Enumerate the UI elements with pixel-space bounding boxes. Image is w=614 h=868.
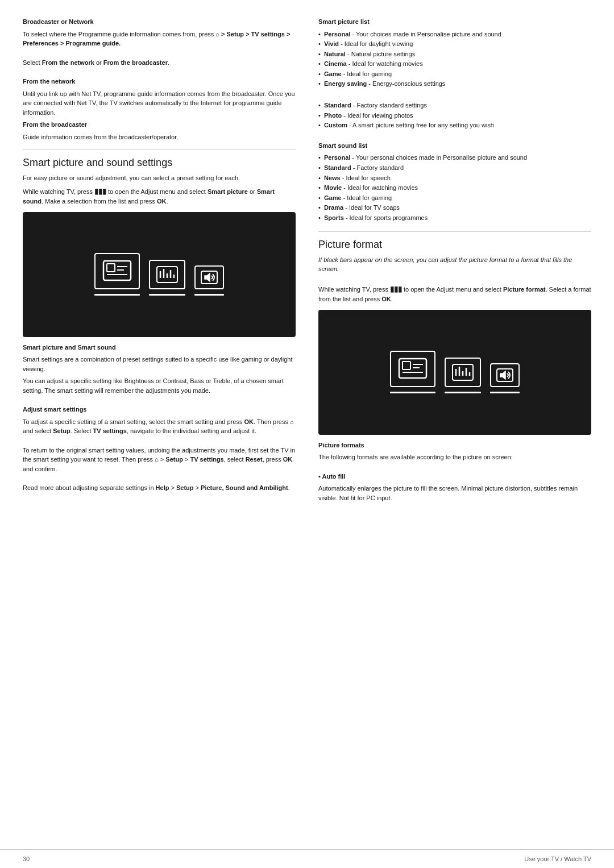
smart-picture-list-title: Smart picture list [318, 18, 370, 25]
footer: 30 Use your TV / Watch TV [0, 849, 614, 868]
smart-para2: While watching TV, press ▮▮▮ to open the… [23, 186, 296, 206]
underline-sound [149, 294, 185, 296]
page-number: 30 [23, 855, 30, 862]
broadcaster-title: Broadcaster or Network [23, 18, 94, 25]
picture-formats-section: Picture formats The following formats ar… [318, 441, 591, 503]
list-item: Personal - Your choices made in Personal… [318, 30, 591, 40]
smart-para1: For easy picture or sound adjustment, yo… [23, 173, 296, 183]
pf-picture-icon-svg [398, 358, 428, 380]
smart-picture-icon-item [94, 253, 140, 296]
adjust-smart-section: Adjust smart settings To adjust a specif… [23, 405, 296, 493]
divider-2 [318, 231, 591, 232]
list-item: Vivid - Ideal for daylight viewing [318, 39, 591, 49]
smart-sound-list-title: Smart sound list [318, 142, 367, 149]
list-item: Standard - Factory standard settings [318, 101, 591, 111]
pf-picture-box [390, 351, 435, 387]
menu-icons-row [94, 253, 224, 296]
auto-fill-title: • Auto fill [318, 472, 591, 481]
list-item: Cinema - Ideal for watching movies [318, 59, 591, 69]
list-item: Sports - Ideal for sports programmes [318, 213, 591, 223]
page: Broadcaster or Network To select where t… [0, 0, 614, 868]
from-broadcaster-section: From the broadcaster Guide information c… [23, 120, 296, 142]
picture-format-section: Picture format If black bars appear on t… [318, 239, 591, 304]
left-column: Broadcaster or Network To select where t… [23, 17, 296, 832]
from-network-section: From the network Until you link up with … [23, 77, 296, 117]
from-broadcaster-body: Guide information comes from the broadca… [23, 132, 296, 142]
smart-sound-box [149, 260, 185, 289]
svg-rect-1 [107, 264, 115, 272]
smart-picture-sound-body2: You can adjust a specific setting like B… [23, 376, 296, 395]
smart-picture-list-section: Smart picture list Personal - Your choic… [318, 17, 591, 131]
right-column: Smart picture list Personal - Your choic… [318, 17, 591, 832]
smart-section: Smart picture and sound settings For eas… [23, 157, 296, 206]
pf-underline-sound [445, 392, 481, 393]
svg-marker-25 [500, 371, 505, 379]
list-item: Photo - Ideal for viewing photos [318, 111, 591, 121]
content-area: Broadcaster or Network To select where t… [0, 0, 614, 849]
smart-section-title: Smart picture and sound settings [23, 157, 296, 169]
list-item: Game - Ideal for gaming [318, 69, 591, 80]
picture-icon [102, 260, 132, 283]
underline-speaker [194, 294, 224, 296]
list-item: Energy saving - Energy-conscious setting… [318, 79, 591, 89]
list-item: News - Ideal for speech [318, 173, 591, 184]
picture-format-image [318, 310, 591, 435]
speaker-box [194, 265, 224, 289]
underline-picture [94, 294, 140, 296]
adjust-smart-body3: Read more about adjusting separate setti… [23, 483, 296, 493]
list-item: Custom - A smart picture setting free fo… [318, 121, 591, 131]
picture-formats-body: The following formats are available acco… [318, 452, 591, 462]
svg-marker-12 [205, 273, 210, 281]
pf-speaker-icon-svg [496, 368, 514, 383]
adjust-smart-body2: To return to the original smart setting … [23, 446, 296, 474]
list-item: Standard - Factory standard [318, 163, 591, 173]
broadcaster-section: Broadcaster or Network To select where t… [23, 17, 296, 67]
svg-rect-14 [403, 362, 410, 369]
list-item: Personal - Your personal choices made in… [318, 153, 591, 163]
speaker-icon-item [194, 265, 224, 296]
list-item: Natural - Natural picture settings [318, 49, 591, 60]
smart-sound-list-section: Smart sound list Personal - Your persona… [318, 141, 591, 223]
broadcaster-para1: To select where the Programme guide info… [23, 30, 296, 48]
pf-sound-box [445, 358, 481, 387]
pf-speaker-box [490, 363, 520, 387]
pf-underline-speaker [490, 392, 520, 393]
smart-sound-icon-item [149, 260, 185, 296]
adjust-menu-image [23, 212, 296, 337]
smart-picture-sound-body1: Smart settings are a combination of pres… [23, 355, 296, 373]
picture-format-italic: If black bars appear on the screen, you … [318, 255, 591, 274]
speaker-icon [200, 270, 218, 285]
picture-formats-title: Picture formats [318, 442, 364, 448]
list-item: Movie - Ideal for watching movies [318, 183, 591, 193]
smart-picture-list-1: Personal - Your choices made in Personal… [318, 30, 591, 90]
footer-right-text: Use your TV / Watch TV [524, 855, 591, 862]
adjust-smart-body1: To adjust a specific setting of a smart … [23, 417, 296, 436]
smart-picture-box [94, 253, 140, 289]
divider-1 [23, 149, 296, 150]
smart-picture-sound-title: Smart picture and Smart sound [23, 344, 116, 351]
smart-picture-sound-section: Smart picture and Smart sound Smart sett… [23, 343, 296, 396]
smart-picture-list-2: Standard - Factory standard settings Pho… [318, 101, 591, 131]
pf-picture-icon-item [390, 351, 435, 393]
list-item: Drama - Ideal for TV soaps [318, 203, 591, 213]
sound-icon [156, 265, 179, 284]
select-para: Select From the network or From the broa… [23, 58, 296, 68]
list-item: Game - Ideal for gaming [318, 193, 591, 203]
from-network-title: From the network [23, 78, 75, 85]
from-broadcaster-title: From the broadcaster [23, 121, 87, 128]
pf-underline-picture [390, 392, 435, 393]
pf-sound-icon-item [445, 358, 481, 393]
from-network-body: Until you link up with Net TV, programme… [23, 89, 296, 118]
pf-speaker-icon-item [490, 363, 520, 393]
auto-fill-body: Automatically enlarges the picture to fi… [318, 484, 591, 502]
picture-format-title: Picture format [318, 239, 591, 251]
adjust-smart-title: Adjust smart settings [23, 406, 86, 413]
picture-format-icons-row [390, 351, 520, 393]
picture-format-para1: While watching TV, press ▮▮▮ to open the… [318, 284, 591, 304]
smart-sound-list: Personal - Your personal choices made in… [318, 153, 591, 223]
pf-sound-icon-svg [451, 363, 474, 381]
